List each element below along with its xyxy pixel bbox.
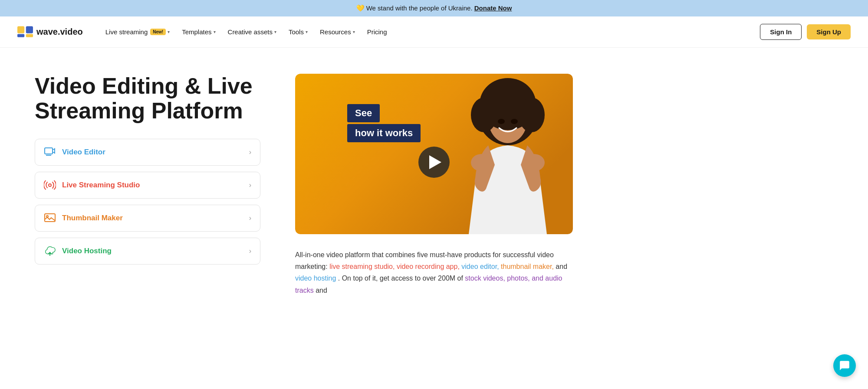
svg-point-6 [49, 184, 51, 186]
video-background: See how it works [295, 74, 573, 234]
logo-icon [17, 26, 33, 38]
feature-item-left: Video Hosting [44, 245, 112, 257]
nav-item-live-streaming[interactable]: Live streaming New! ▾ [100, 25, 175, 39]
donate-link[interactable]: Donate Now [474, 4, 512, 12]
nav-item-creative-assets[interactable]: Creative assets ▾ [223, 25, 282, 39]
svg-point-17 [523, 154, 545, 171]
feature-label-thumbnail: Thumbnail Maker [62, 214, 123, 222]
banner-text: We stand with the people of Ukraine. [366, 4, 473, 12]
nav-label-live-streaming: Live streaming [105, 28, 148, 36]
feature-item-live-streaming[interactable]: Live Streaming Studio › [35, 172, 260, 199]
video-editor-icon [44, 146, 56, 158]
hosting-icon [44, 245, 56, 257]
woman-figure [451, 78, 564, 234]
nav-links: Live streaming New! ▾ Templates ▾ Creati… [100, 25, 760, 39]
svg-point-8 [46, 216, 48, 217]
svg-point-14 [498, 119, 505, 124]
arrow-right-icon: › [249, 214, 251, 222]
logo[interactable]: wave.video [17, 26, 83, 38]
hero-left: Video Editing & Live Streaming Platform … [35, 74, 260, 296]
nav-label-templates: Templates [182, 28, 211, 36]
link-video-editor[interactable]: video editor, [461, 263, 499, 270]
badge-line1: See [347, 104, 380, 122]
arrow-right-icon: › [249, 247, 251, 255]
signin-button[interactable]: Sign In [760, 24, 802, 40]
feature-item-hosting[interactable]: Video Hosting › [35, 238, 260, 265]
feature-list: Video Editor › Live [35, 139, 260, 265]
nav-item-tools[interactable]: Tools ▾ [283, 25, 313, 39]
svg-rect-1 [26, 26, 33, 33]
feature-item-left: Thumbnail Maker [44, 212, 123, 224]
new-badge: New! [150, 29, 166, 35]
heart-icon: 💛 [356, 4, 365, 12]
thumbnail-icon [44, 212, 56, 224]
chevron-down-icon: ▾ [353, 29, 355, 34]
svg-point-12 [471, 98, 497, 132]
feature-item-video-editor[interactable]: Video Editor › [35, 139, 260, 166]
chevron-down-icon: ▾ [306, 29, 308, 34]
nav-label-pricing: Pricing [367, 28, 387, 36]
feature-item-thumbnail[interactable]: Thumbnail Maker › [35, 205, 260, 232]
svg-rect-3 [26, 34, 33, 37]
svg-point-16 [471, 154, 493, 171]
chevron-down-icon: ▾ [168, 29, 170, 34]
live-streaming-icon [44, 179, 56, 191]
video-container: See how it works [295, 74, 573, 234]
link-live-streaming[interactable]: live streaming studio, video recording a… [329, 263, 460, 270]
chevron-down-icon: ▾ [274, 29, 276, 34]
ukraine-banner: 💛 We stand with the people of Ukraine. D… [0, 0, 868, 16]
see-how-badge: See how it works [347, 104, 421, 144]
link-hosting[interactable]: video hosting [295, 275, 336, 282]
nav-label-tools: Tools [289, 28, 304, 36]
feature-item-left: Live Streaming Studio [44, 179, 140, 191]
hero-section: Video Editing & Live Streaming Platform … [0, 48, 868, 314]
navbar: wave.video Live streaming New! ▾ Templat… [0, 16, 868, 48]
nav-actions: Sign In Sign Up [760, 24, 851, 40]
arrow-right-icon: › [249, 148, 251, 156]
signup-button[interactable]: Sign Up [807, 24, 851, 39]
svg-rect-2 [17, 34, 24, 37]
desc-text-3: and [316, 287, 327, 294]
hero-title: Video Editing & Live Streaming Platform [35, 74, 260, 123]
svg-point-15 [511, 119, 518, 124]
nav-item-resources[interactable]: Resources ▾ [315, 25, 360, 39]
nav-label-creative-assets: Creative assets [228, 28, 273, 36]
svg-point-13 [519, 98, 545, 132]
chevron-down-icon: ▾ [214, 29, 216, 34]
play-button[interactable] [418, 147, 450, 178]
nav-label-resources: Resources [320, 28, 351, 36]
nav-item-templates[interactable]: Templates ▾ [177, 25, 220, 39]
logo-text: wave.video [36, 27, 83, 37]
feature-label-video-editor: Video Editor [62, 148, 105, 157]
nav-item-pricing[interactable]: Pricing [362, 25, 392, 39]
feature-item-left: Video Editor [44, 146, 105, 158]
badge-line2: how it works [347, 124, 421, 142]
feature-label-live-streaming: Live Streaming Studio [62, 181, 140, 190]
hero-right: See how it works All-in-one video platfo… [295, 74, 833, 296]
hero-description: All-in-one video platform that combines … [295, 249, 573, 296]
svg-rect-4 [45, 148, 53, 154]
svg-rect-0 [17, 26, 24, 33]
link-thumbnail[interactable]: thumbnail maker, [501, 263, 554, 270]
desc-text-2: . On top of it, get access to over 200M … [338, 275, 465, 282]
desc-and: and [556, 263, 567, 270]
arrow-right-icon: › [249, 181, 251, 189]
feature-label-hosting: Video Hosting [62, 247, 112, 255]
